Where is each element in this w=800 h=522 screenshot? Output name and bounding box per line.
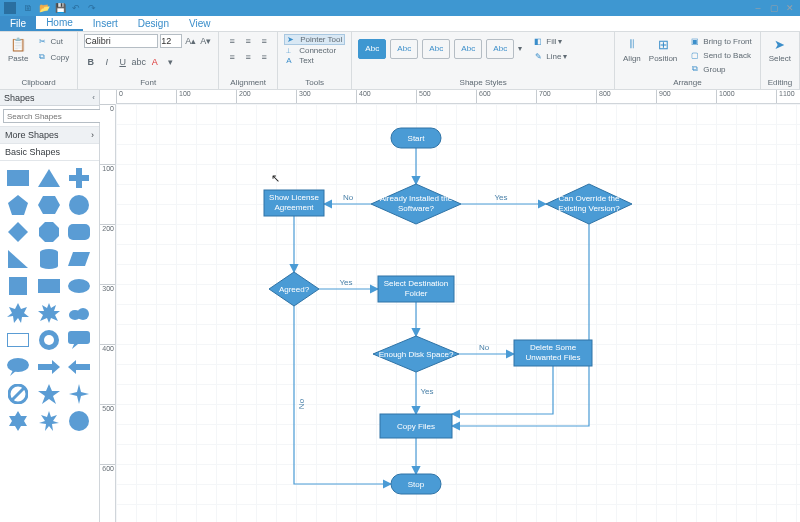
text-tool-button[interactable]: AText xyxy=(284,56,345,65)
shape-seal[interactable] xyxy=(67,410,91,432)
more-shapes-section[interactable]: More Shapes› xyxy=(0,127,99,144)
cut-button[interactable]: ✂Cut xyxy=(34,34,71,48)
highlight-button[interactable]: ▾ xyxy=(164,55,177,68)
tab-home[interactable]: Home xyxy=(36,16,83,31)
shape-arrow2[interactable] xyxy=(67,356,91,378)
new-icon[interactable]: 🗎 xyxy=(22,2,34,14)
shape-star[interactable] xyxy=(37,383,61,405)
shape-rounded[interactable] xyxy=(67,221,91,243)
shape-ellipse[interactable] xyxy=(67,275,91,297)
align-button[interactable]: ⫴Align xyxy=(621,34,643,65)
basic-shapes-section[interactable]: Basic Shapes xyxy=(0,144,99,161)
shape-6star[interactable] xyxy=(6,410,30,432)
maximize-icon[interactable]: ▢ xyxy=(768,2,780,14)
shape-callout2[interactable] xyxy=(6,356,30,378)
tab-file[interactable]: File xyxy=(0,16,36,31)
pointer-tool-button[interactable]: ➤Pointer Tool xyxy=(284,34,345,45)
node-stop[interactable]: Stop xyxy=(391,474,441,494)
style-swatch-3[interactable]: Abc xyxy=(422,39,450,59)
node-dest[interactable]: Select DestinationFolder xyxy=(378,276,454,302)
style-swatch-1[interactable]: Abc xyxy=(358,39,386,59)
node-copy[interactable]: Copy Files xyxy=(380,414,452,438)
svg-text:Existing Version?: Existing Version? xyxy=(558,204,620,213)
node-disk[interactable]: Enough Disk Space? xyxy=(373,336,459,372)
position-button[interactable]: ⊞Position xyxy=(647,34,679,65)
select-button[interactable]: ➤Select xyxy=(767,34,793,65)
decrease-font-icon[interactable]: A▾ xyxy=(199,35,212,48)
shape-plus[interactable] xyxy=(67,167,91,189)
node-license[interactable]: Show LicenseAgreement xyxy=(264,190,324,216)
align-center-button[interactable]: ≡ xyxy=(241,50,255,64)
shape-burst3[interactable] xyxy=(37,410,61,432)
shape-pentagon[interactable] xyxy=(6,194,30,216)
copy-button[interactable]: ⧉Copy xyxy=(34,50,71,64)
style-swatch-2[interactable]: Abc xyxy=(390,39,418,59)
basic-shapes-label: Basic Shapes xyxy=(5,147,60,157)
tab-view[interactable]: View xyxy=(179,16,221,31)
ruler-tick: 100 xyxy=(100,164,115,172)
send-back-button[interactable]: ▢Send to Back xyxy=(687,48,753,62)
minimize-icon[interactable]: – xyxy=(752,2,764,14)
line-dropdown[interactable]: ✎Line▾ xyxy=(530,49,569,63)
strike-button[interactable]: abc xyxy=(132,55,145,68)
align-right-button[interactable]: ≡ xyxy=(257,50,271,64)
shape-rect[interactable] xyxy=(6,167,30,189)
group-font: A▴ A▾ B I U abc A ▾ Font xyxy=(78,32,219,89)
shape-cloud[interactable] xyxy=(67,302,91,324)
shape-donut[interactable] xyxy=(37,329,61,351)
tab-insert[interactable]: Insert xyxy=(83,16,128,31)
shape-cylinder[interactable] xyxy=(37,248,61,270)
underline-button[interactable]: U xyxy=(116,55,129,68)
node-delete[interactable]: Delete SomeUnwanted Files xyxy=(514,340,592,366)
font-size-combo[interactable] xyxy=(160,34,182,48)
collapse-shapes-icon[interactable]: ‹ xyxy=(92,93,95,102)
align-middle-button[interactable]: ≡ xyxy=(241,34,255,48)
node-installed[interactable]: Already Installed theSoftware? xyxy=(371,184,461,224)
node-agreed[interactable]: Agreed? xyxy=(269,272,319,306)
more-shapes-label: More Shapes xyxy=(5,130,59,140)
shape-burst[interactable] xyxy=(6,302,30,324)
shape-burst2[interactable] xyxy=(37,302,61,324)
node-start[interactable]: Start xyxy=(391,128,441,148)
shape-diamond[interactable] xyxy=(6,221,30,243)
save-icon[interactable]: 💾 xyxy=(54,2,66,14)
bold-button[interactable]: B xyxy=(84,55,97,68)
align-top-button[interactable]: ≡ xyxy=(225,34,239,48)
shape-circle[interactable] xyxy=(67,194,91,216)
font-name-combo[interactable] xyxy=(84,34,158,48)
shape-rect2[interactable] xyxy=(37,275,61,297)
align-left-button[interactable]: ≡ xyxy=(225,50,239,64)
style-swatch-4[interactable]: Abc xyxy=(454,39,482,59)
paste-label: Paste xyxy=(8,54,28,63)
style-swatch-5[interactable]: Abc xyxy=(486,39,514,59)
redo-icon[interactable]: ↷ xyxy=(86,2,98,14)
close-icon[interactable]: ✕ xyxy=(784,2,796,14)
open-icon[interactable]: 📂 xyxy=(38,2,50,14)
shape-no[interactable] xyxy=(6,383,30,405)
group-button[interactable]: ⧉Group xyxy=(687,62,753,76)
node-override[interactable]: Can Override theExisting Version? xyxy=(546,184,632,224)
shape-square[interactable] xyxy=(6,275,30,297)
align-bottom-button[interactable]: ≡ xyxy=(257,34,271,48)
shape-octagon[interactable] xyxy=(37,221,61,243)
shape-triangle[interactable] xyxy=(37,167,61,189)
shape-hexagon[interactable] xyxy=(37,194,61,216)
shape-right-tri[interactable] xyxy=(6,248,30,270)
edge-label: Yes xyxy=(494,193,507,202)
style-gallery-more-icon[interactable]: ▾ xyxy=(518,44,522,53)
shape-arrow[interactable] xyxy=(37,356,61,378)
canvas[interactable]: No Yes Yes No Yes No Start Show LicenseA… xyxy=(116,104,800,522)
font-color-button[interactable]: A xyxy=(148,55,161,68)
paste-button[interactable]: 📋 Paste xyxy=(6,34,30,65)
bring-front-button[interactable]: ▣Bring to Front xyxy=(687,34,753,48)
fill-dropdown[interactable]: ◧Fill▾ xyxy=(530,34,569,48)
shape-frame[interactable] xyxy=(6,329,30,351)
italic-button[interactable]: I xyxy=(100,55,113,68)
increase-font-icon[interactable]: A▴ xyxy=(184,35,197,48)
shape-4star[interactable] xyxy=(67,383,91,405)
undo-icon[interactable]: ↶ xyxy=(70,2,82,14)
connector-tool-button[interactable]: ⟂Connector xyxy=(284,46,345,55)
shape-callout[interactable] xyxy=(67,329,91,351)
shape-parallelogram[interactable] xyxy=(67,248,91,270)
tab-design[interactable]: Design xyxy=(128,16,179,31)
